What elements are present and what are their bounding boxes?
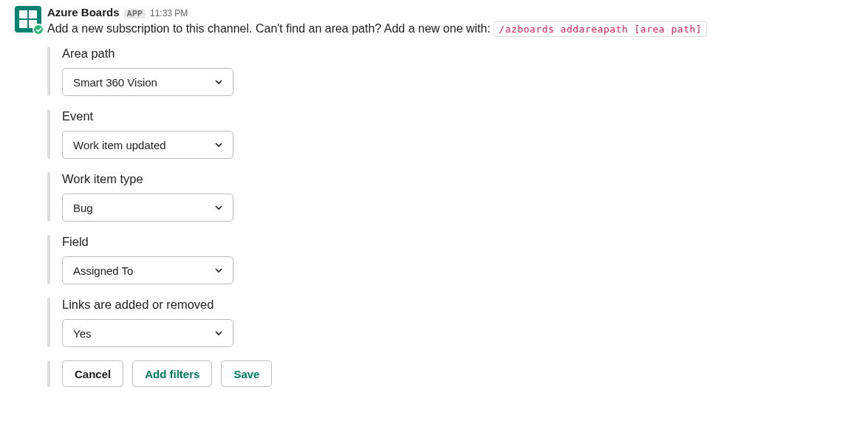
chevron-down-icon [215,141,222,148]
slack-message: Azure Boards APP 11:33 PM Add a new subs… [15,6,853,387]
select-value: Smart 360 Vision [73,76,157,89]
select-value: Assigned To [73,264,133,277]
timestamp: 11:33 PM [150,8,188,18]
section-work-item-type: Work item type Bug [47,172,853,222]
sender-name[interactable]: Azure Boards [47,6,120,18]
add-filters-button[interactable]: Add filters [132,360,212,387]
chevron-down-icon [215,204,222,211]
message-header: Azure Boards APP 11:33 PM [47,6,853,18]
intro-body: Add a new subscription to this channel. … [47,22,493,35]
label-area-path: Area path [62,47,853,61]
attachment-bar [47,298,50,347]
select-area-path[interactable]: Smart 360 Vision [62,68,233,96]
attachment-bar [47,172,50,222]
save-button[interactable]: Save [221,360,272,387]
cancel-button[interactable]: Cancel [62,360,123,387]
attachment-bar [47,109,50,159]
label-links: Links are added or removed [62,298,853,312]
section-actions: Cancel Add filters Save [47,360,853,387]
chevron-down-icon [215,78,222,86]
section-links: Links are added or removed Yes [47,298,853,347]
select-field[interactable]: Assigned To [62,256,233,284]
select-event[interactable]: Work item updated [62,131,233,159]
intro-text: Add a new subscription to this channel. … [47,20,853,38]
select-links[interactable]: Yes [62,319,233,347]
chevron-down-icon [215,267,222,274]
presence-check-icon [33,24,44,35]
section-field: Field Assigned To [47,235,853,284]
attachment-bar [47,360,50,387]
attachment-bar [47,47,50,96]
chevron-down-icon [215,329,222,337]
app-badge: APP [124,9,146,18]
select-value: Bug [73,202,93,214]
attachment-bar [47,235,50,284]
label-event: Event [62,109,853,123]
label-work-item-type: Work item type [62,172,853,186]
select-work-item-type[interactable]: Bug [62,194,233,222]
label-field: Field [62,235,853,249]
select-value: Yes [73,327,91,340]
section-event: Event Work item updated [47,109,853,159]
avatar [15,6,41,32]
slash-command-code: /azboards addareapath [area path] [493,21,707,37]
section-area-path: Area path Smart 360 Vision [47,47,853,96]
select-value: Work item updated [73,139,166,151]
